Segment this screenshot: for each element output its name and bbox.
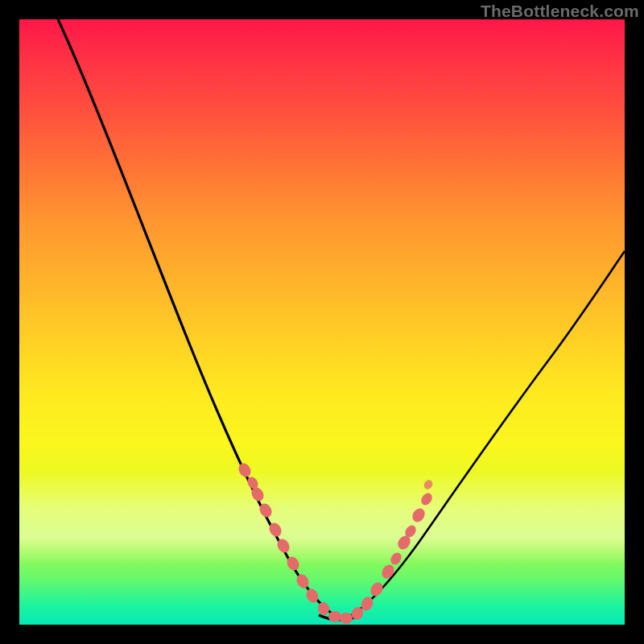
svg-point-21 — [422, 478, 434, 491]
attribution-text: TheBottleneck.com — [481, 2, 639, 21]
marker-cluster-left — [236, 461, 353, 624]
marker-cluster-right — [350, 478, 435, 621]
svg-point-0 — [236, 461, 253, 480]
svg-point-11 — [340, 613, 353, 624]
right-curve — [346, 251, 625, 618]
left-curve — [58, 19, 340, 618]
svg-point-14 — [368, 580, 385, 599]
svg-point-19 — [410, 506, 427, 525]
chart-svg — [19, 19, 625, 625]
svg-point-10 — [328, 611, 341, 622]
chart-frame — [19, 19, 625, 625]
svg-point-20 — [419, 491, 435, 507]
svg-point-15 — [379, 563, 396, 581]
